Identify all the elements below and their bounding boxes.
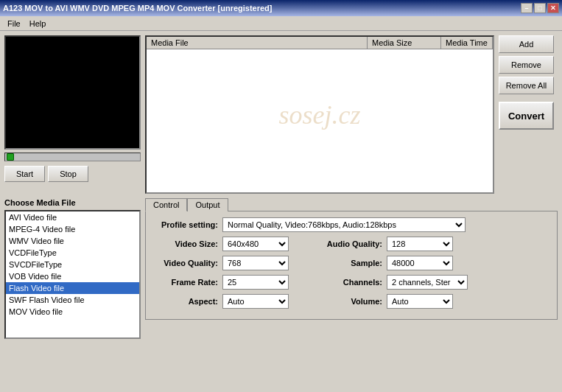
choose-media-panel: Choose Media File AVI Video fileMPEG-4 V… <box>4 198 141 339</box>
start-button[interactable]: Start <box>4 166 45 182</box>
col-media-size: Media Size <box>368 37 441 49</box>
audio-quality-select[interactable]: 12864192320 <box>387 237 453 251</box>
tab-control[interactable]: Control <box>145 198 187 211</box>
frame-rate-label: Frame Rate: <box>152 278 218 287</box>
profile-label: Profile setting: <box>152 220 218 229</box>
aspect-select[interactable]: Auto4:316:9 <box>222 294 289 309</box>
menu-bar: File Help <box>0 16 562 31</box>
add-button[interactable]: Add <box>499 35 554 53</box>
aspect-label: Aspect: <box>152 297 218 306</box>
tab-output[interactable]: Output <box>187 198 228 211</box>
watermark: sosej.cz <box>279 99 361 130</box>
progress-bar[interactable] <box>4 153 141 161</box>
window-controls: – □ ✕ <box>521 3 559 13</box>
file-list-header: Media File Media Size Media Time <box>147 37 493 49</box>
video-screen <box>4 35 141 150</box>
remove-button[interactable]: Remove <box>499 56 554 74</box>
sample-select[interactable]: 480004410022050 <box>387 256 453 270</box>
media-list-item[interactable]: VOB Video file <box>6 270 139 282</box>
media-list-item[interactable]: MOV Video file <box>6 306 139 318</box>
channels-select[interactable]: 2 channels, Ster1 channel, Mono <box>387 275 468 290</box>
main-content: Start Stop Media File Media Size Media T… <box>0 31 562 343</box>
bottom-section: Choose Media File AVI Video fileMPEG-4 V… <box>4 198 558 339</box>
video-quality-select[interactable]: 76838410242048 <box>222 256 289 270</box>
channels-label: Channels: <box>312 278 382 287</box>
tab-bar: Control Output <box>145 198 558 211</box>
media-list-item[interactable]: AVI Video file <box>6 211 139 223</box>
media-list-item[interactable]: WMV Video file <box>6 235 139 247</box>
volume-select[interactable]: Auto50%75%100% <box>387 294 453 309</box>
video-size-select[interactable]: 640x480320x2401280x7201920x1080 <box>222 237 289 251</box>
videosize-audioquality-row: Video Size: 640x480320x2401280x7201920x1… <box>152 237 551 251</box>
videoquality-sample-row: Video Quality: 76838410242048 Sample: 48… <box>152 256 551 270</box>
profile-row: Profile setting: Normal Quality, Video:7… <box>152 217 551 232</box>
profile-select[interactable]: Normal Quality, Video:768kbps, Audio:128… <box>222 217 466 232</box>
media-list-item[interactable]: MPEG-4 Video file <box>6 223 139 235</box>
media-list-item[interactable]: Flash Video file <box>6 282 139 294</box>
progress-thumb <box>7 153 14 161</box>
playback-controls: Start Stop <box>4 166 141 182</box>
frame-rate-select[interactable]: 25243029.97 <box>222 275 289 290</box>
stop-button[interactable]: Stop <box>48 166 88 182</box>
tab-content: Profile setting: Normal Quality, Video:7… <box>145 211 558 320</box>
media-list[interactable]: AVI Video fileMPEG-4 Video fileWMV Video… <box>4 210 141 339</box>
remove-all-button[interactable]: Remove All <box>499 77 554 94</box>
col-media-file: Media File <box>147 37 368 49</box>
media-list-item[interactable]: VCDFileType <box>6 247 139 259</box>
file-list-panel: Media File Media Size Media Time sosej.c… <box>145 35 494 194</box>
title-bar: A123 MOV to AVI WMV DVD MPEG MP4 MOV Con… <box>0 0 562 16</box>
maximize-button[interactable]: □ <box>534 3 546 13</box>
volume-label: Volume: <box>312 297 382 306</box>
menu-help[interactable]: Help <box>25 18 51 29</box>
col-media-time: Media Time <box>441 37 493 49</box>
framerate-channels-row: Frame Rate: 25243029.97 Channels: 2 chan… <box>152 275 551 290</box>
minimize-button[interactable]: – <box>521 3 533 13</box>
close-button[interactable]: ✕ <box>547 3 559 13</box>
settings-panel: Control Output Profile setting: Normal Q… <box>145 198 558 339</box>
video-size-label: Video Size: <box>152 239 218 248</box>
video-preview-panel: Start Stop <box>4 35 141 194</box>
app-title: A123 MOV to AVI WMV DVD MPEG MP4 MOV Con… <box>3 4 273 13</box>
media-list-item[interactable]: SVCDFileType <box>6 259 139 270</box>
choose-media-title: Choose Media File <box>4 198 141 207</box>
top-section: Start Stop Media File Media Size Media T… <box>4 35 558 194</box>
convert-button[interactable]: Convert <box>499 102 554 130</box>
menu-file[interactable]: File <box>3 18 25 29</box>
audio-quality-label: Audio Quality: <box>312 239 382 248</box>
video-quality-label: Video Quality: <box>152 259 218 267</box>
aspect-volume-row: Aspect: Auto4:316:9 Volume: Auto50%75%10… <box>152 294 551 309</box>
action-buttons-panel: Add Remove Remove All Convert <box>499 35 558 194</box>
sample-label: Sample: <box>312 259 382 267</box>
media-list-item[interactable]: SWF Flash Video file <box>6 294 139 306</box>
